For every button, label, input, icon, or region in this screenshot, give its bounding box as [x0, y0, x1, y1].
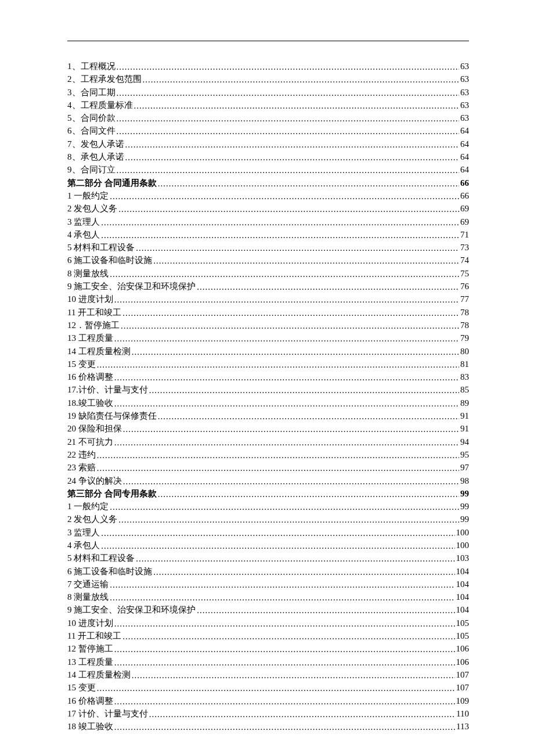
toc-entry[interactable]: 17 计价、计量与支付.............................… [67, 707, 469, 720]
toc-leader-dots: ........................................… [197, 280, 459, 293]
toc-entry[interactable]: 10 进度计划.................................… [67, 617, 469, 629]
toc-page-number: 104 [456, 578, 470, 591]
toc-page-number: 100 [456, 539, 470, 552]
toc-entry[interactable]: 15 变更...................................… [67, 681, 469, 694]
toc-label: 1 一般约定 [67, 189, 109, 202]
toc-entry[interactable]: 14 工程质量检测...............................… [67, 345, 469, 358]
toc-entry[interactable]: 第二部分 合同通用条款.............................… [67, 177, 469, 189]
toc-entry[interactable]: 5、合同价款..................................… [67, 111, 469, 124]
toc-page-number: 74 [460, 254, 469, 267]
toc-entry[interactable]: 3 监理人...................................… [67, 526, 469, 539]
toc-entry[interactable]: 1 一般约定..................................… [67, 189, 469, 202]
toc-leader-dots: ........................................… [101, 527, 454, 539]
toc-entry[interactable]: 11 开工和竣工................................… [67, 306, 469, 319]
toc-label: 7、发包人承诺 [67, 138, 124, 150]
toc-leader-dots: ........................................… [101, 539, 454, 552]
toc-entry[interactable]: 2 发包人义务.................................… [67, 513, 469, 525]
toc-list: 1、工程概况..................................… [67, 60, 469, 733]
toc-page-number: 73 [460, 241, 469, 254]
toc-leader-dots: ........................................… [117, 87, 460, 99]
toc-label: 15 变更 [67, 358, 96, 370]
toc-entry[interactable]: 11 开工和竣工................................… [67, 629, 469, 642]
toc-leader-dots: ........................................… [117, 112, 460, 125]
toc-label: 11 开工和竣工 [67, 629, 121, 642]
toc-leader-dots: ........................................… [117, 125, 460, 138]
toc-entry[interactable]: 10 进度计划.................................… [67, 293, 469, 305]
toc-entry[interactable]: 1 一般约定..................................… [67, 500, 469, 513]
toc-page-number: 63 [460, 73, 469, 85]
toc-entry[interactable]: 4、工程质量标准................................… [67, 99, 469, 111]
toc-entry[interactable]: 18.竣工验收.................................… [67, 397, 469, 409]
toc-entry[interactable]: 19 缺陷责任与保修责任............................… [67, 409, 469, 422]
toc-entry[interactable]: 4 承包人...................................… [67, 228, 469, 241]
toc-entry[interactable]: 6 施工设备和临时设施.............................… [67, 254, 469, 267]
toc-page-number: 64 [460, 138, 469, 150]
toc-label: 8 测量放线 [67, 267, 109, 280]
toc-leader-dots: ........................................… [122, 630, 454, 643]
toc-entry[interactable]: 13 工程质量.................................… [67, 332, 469, 344]
toc-label: 16 价格调整 [67, 694, 113, 707]
toc-entry[interactable]: 8 测量放线..................................… [67, 267, 469, 280]
toc-entry[interactable]: 12 暂停施工.................................… [67, 642, 469, 655]
toc-entry[interactable]: 2、工程承发包范围...............................… [67, 73, 469, 85]
toc-entry[interactable]: 23 索赔...................................… [67, 461, 469, 474]
toc-leader-dots: ........................................… [114, 293, 459, 306]
toc-entry[interactable]: 21 不可抗力.................................… [67, 435, 469, 448]
toc-leader-dots: ........................................… [143, 73, 460, 86]
toc-label: 1、工程概况 [67, 60, 116, 73]
toc-leader-dots: ........................................… [114, 656, 455, 669]
toc-entry[interactable]: 6 施工设备和临时设施.............................… [67, 565, 469, 578]
toc-entry[interactable]: 16 价格调整.................................… [67, 370, 469, 383]
toc-entry[interactable]: 4 承包人...................................… [67, 539, 469, 552]
toc-entry[interactable]: 3、合同工期..................................… [67, 86, 469, 99]
toc-page-number: 80 [460, 345, 469, 358]
toc-entry[interactable]: 5 材料和工程设备...............................… [67, 241, 469, 254]
toc-page-number: 64 [460, 163, 469, 176]
toc-entry[interactable]: 14 工程质量检测...............................… [67, 668, 469, 681]
toc-entry[interactable]: 13 工程质量.................................… [67, 656, 469, 668]
toc-entry[interactable]: 20 保险和担保................................… [67, 422, 469, 435]
toc-page-number: 83 [460, 370, 469, 383]
toc-entry[interactable]: 17.计价、计量与支付.............................… [67, 383, 469, 396]
toc-page-number: 106 [456, 656, 470, 668]
toc-page-number: 63 [460, 111, 469, 124]
toc-page-number: 63 [460, 99, 469, 111]
toc-entry[interactable]: 8 测量放线..................................… [67, 591, 469, 603]
toc-entry[interactable]: 3 监理人...................................… [67, 215, 469, 228]
toc-page-number: 66 [460, 177, 469, 189]
toc-label: 23 索赔 [67, 461, 96, 474]
toc-entry[interactable]: 6、合同文件..................................… [67, 124, 469, 137]
toc-page-number: 64 [460, 124, 469, 137]
toc-entry[interactable]: 7 交通运输..................................… [67, 578, 469, 591]
toc-entry[interactable]: 12．暂停施工.................................… [67, 319, 469, 332]
toc-entry[interactable]: 第三部分 合同专用条款.............................… [67, 487, 469, 500]
toc-entry[interactable]: 9 施工安全、治安保卫和环境保护........................… [67, 603, 469, 616]
toc-entry[interactable]: 16 价格调整.................................… [67, 694, 469, 707]
toc-leader-dots: ........................................… [110, 501, 459, 513]
toc-entry[interactable]: 5 材料和工程设备...............................… [67, 552, 469, 564]
toc-leader-dots: ........................................… [158, 410, 459, 423]
toc-leader-dots: ........................................… [110, 190, 459, 203]
toc-page-number: 94 [460, 435, 469, 448]
toc-entry[interactable]: 9 施工安全、治安保卫和环境保护........................… [67, 280, 469, 293]
toc-page-number: 66 [460, 189, 469, 202]
toc-entry[interactable]: 15 变更...................................… [67, 358, 469, 370]
toc-leader-dots: ........................................… [136, 242, 459, 254]
toc-label: 5 材料和工程设备 [67, 241, 135, 254]
toc-label: 18.竣工验收 [67, 397, 113, 409]
toc-label: 2 发包人义务 [67, 513, 117, 525]
toc-entry[interactable]: 1、工程概况..................................… [67, 60, 469, 73]
toc-entry[interactable]: 7、发包人承诺.................................… [67, 138, 469, 150]
toc-page-number: 64 [460, 150, 469, 163]
toc-page-number: 107 [456, 681, 470, 694]
toc-entry[interactable]: 22 违约...................................… [67, 448, 469, 461]
toc-entry[interactable]: 2 发包人义务.................................… [67, 202, 469, 215]
toc-label: 3 监理人 [67, 215, 100, 228]
toc-entry[interactable]: 18 竣工验收.................................… [67, 720, 469, 733]
toc-entry[interactable]: 24 争议的解决................................… [67, 474, 469, 487]
toc-leader-dots: ........................................… [121, 319, 459, 332]
toc-label: 5 材料和工程设备 [67, 552, 135, 564]
toc-entry[interactable]: 9、合同订立..................................… [67, 163, 469, 176]
toc-entry[interactable]: 8、承包人承诺.................................… [67, 150, 469, 163]
toc-label: 18 竣工验收 [67, 720, 113, 733]
